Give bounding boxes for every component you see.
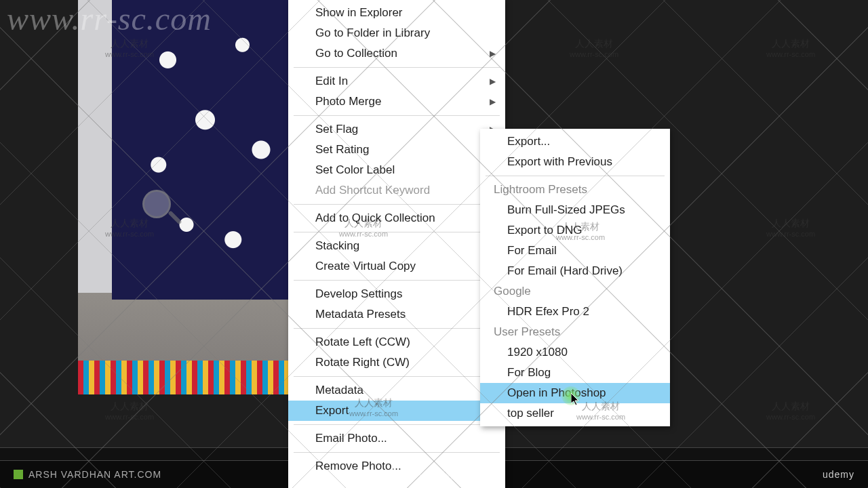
submenu-item[interactable]: For Email (Hard Drive) — [480, 261, 670, 281]
menu-item-label: Export — [315, 404, 349, 418]
photo-preview-rug — [78, 361, 298, 394]
menu-item[interactable]: Photo Merge▶ — [288, 92, 505, 112]
menu-item[interactable]: Edit In▶ — [288, 71, 505, 92]
menu-item[interactable]: Create Virtual Copy — [288, 256, 505, 277]
menu-item-label: Rotate Left (CCW) — [315, 336, 410, 349]
submenu-item[interactable]: Burn Full-Sized JPEGs — [480, 200, 670, 220]
menu-item[interactable]: Show in Explorer — [288, 3, 505, 23]
submenu-item[interactable]: Open in Photoshop — [480, 383, 670, 403]
author-logo-icon — [14, 470, 23, 479]
submenu-item[interactable]: Export to DNG — [480, 220, 670, 241]
menu-item-label: Stacking — [315, 239, 359, 253]
menu-separator — [294, 376, 500, 377]
platform-credit: udemy — [823, 469, 854, 480]
photo-preview-subject — [112, 0, 298, 300]
submenu-item-label: Open in Photoshop — [507, 386, 606, 400]
menu-item-label: Develop Settings — [315, 287, 403, 301]
menu-item-label: Go to Folder in Library — [315, 26, 430, 40]
menu-item[interactable]: Set Flag▶ — [288, 119, 505, 140]
menu-item[interactable]: Rotate Left (CCW) — [288, 332, 505, 352]
menu-item[interactable]: Set Rating▶ — [288, 140, 505, 160]
submenu-item-label: 1920 x1080 — [507, 346, 568, 359]
submenu-item[interactable]: For Email — [480, 241, 670, 261]
submenu-item[interactable]: HDR Efex Pro 2 — [480, 302, 670, 322]
context-menu[interactable]: Show in ExplorerGo to Folder in LibraryG… — [288, 0, 505, 488]
menu-separator — [294, 232, 500, 232]
footer-left: ARSH VARDHAN ART.COM — [14, 469, 161, 480]
submenu-section-header: User Presets — [480, 322, 670, 342]
menu-item-label: Metadata — [315, 384, 363, 397]
menu-separator — [294, 328, 500, 329]
submenu-item[interactable]: 1920 x1080 — [480, 342, 670, 363]
menu-item-label: Photo Merge — [315, 95, 381, 108]
submenu-arrow-icon: ▶ — [490, 49, 496, 58]
menu-item-label: Add to Quick Collection — [315, 211, 435, 225]
menu-item[interactable]: Metadata Presets▶ — [288, 304, 505, 325]
menu-item[interactable]: Go to Collection▶ — [288, 43, 505, 64]
submenu-item-label: For Blog — [507, 366, 551, 380]
submenu-item[interactable]: Export with Previous — [480, 152, 670, 172]
menu-item[interactable]: Metadata▶ — [288, 380, 505, 401]
menu-item-label: Remove Photo... — [315, 460, 401, 473]
menu-separator — [294, 67, 500, 68]
submenu-item-label: Export to DNG — [507, 224, 583, 237]
submenu-section-header: Lightroom Presets — [480, 180, 670, 200]
submenu-item-label: Export with Previous — [507, 155, 612, 169]
submenu-item-label: For Email — [507, 244, 557, 258]
menu-separator — [294, 452, 500, 453]
menu-item-label: Set Flag — [315, 123, 358, 136]
menu-item[interactable]: Export▶ — [288, 401, 505, 421]
menu-item[interactable]: Develop Settings▶ — [288, 284, 505, 304]
menu-separator — [294, 424, 500, 425]
menu-item[interactable]: Go to Folder in Library — [288, 23, 505, 43]
menu-item[interactable]: Stacking▶ — [288, 236, 505, 256]
submenu-arrow-icon: ▶ — [490, 77, 496, 86]
menu-item[interactable]: Rotate Right (CW) — [288, 352, 505, 373]
menu-item[interactable]: Remove Photo... — [288, 456, 505, 476]
submenu-item-label: HDR Efex Pro 2 — [507, 305, 589, 319]
menu-item-label: Create Virtual Copy — [315, 260, 416, 273]
submenu-item-label: Export... — [507, 135, 550, 148]
menu-item: Add Shortcut Keyword — [288, 180, 505, 201]
submenu-section-header: Google — [480, 281, 670, 302]
submenu-item-label: For Email (Hard Drive) — [507, 264, 623, 278]
menu-item[interactable]: Add to Quick Collection — [288, 208, 505, 228]
menu-separator — [294, 115, 500, 116]
menu-item[interactable]: Set Color Label▶ — [288, 160, 505, 180]
menu-separator — [294, 280, 500, 281]
menu-separator — [486, 176, 665, 176]
submenu-item[interactable]: Export... — [480, 131, 670, 152]
submenu-arrow-icon: ▶ — [490, 97, 496, 106]
submenu-item-label: Burn Full-Sized JPEGs — [507, 203, 625, 217]
menu-item-label: Edit In — [315, 75, 348, 88]
menu-item-label: Add Shortcut Keyword — [315, 184, 430, 197]
author-credit: ARSH VARDHAN ART.COM — [28, 469, 161, 480]
menu-separator — [294, 204, 500, 205]
submenu-item[interactable]: top seller — [480, 403, 670, 424]
menu-item-label: Set Rating — [315, 143, 369, 157]
menu-item-label: Rotate Right (CW) — [315, 356, 410, 369]
photo-preview-panel — [78, 0, 298, 394]
menu-item-label: Go to Collection — [315, 47, 397, 60]
menu-item-label: Metadata Presets — [315, 308, 406, 321]
submenu-item[interactable]: For Blog — [480, 363, 670, 383]
menu-item[interactable]: Email Photo... — [288, 428, 505, 449]
menu-item-label: Set Color Label — [315, 163, 395, 177]
export-submenu[interactable]: Export...Export with PreviousLightroom P… — [480, 129, 670, 426]
menu-item-label: Email Photo... — [315, 432, 387, 445]
menu-item-label: Show in Explorer — [315, 6, 403, 20]
submenu-item-label: top seller — [507, 407, 554, 420]
